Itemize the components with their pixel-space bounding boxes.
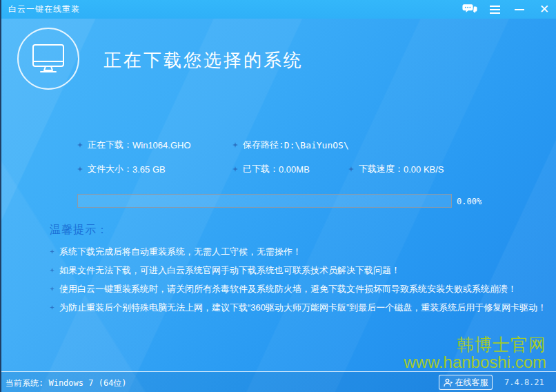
page-title: 正在下载您选择的系统 xyxy=(103,48,304,72)
save-path: 保存路径: D:\BaiYunOS\ xyxy=(232,139,349,151)
monitor-icon xyxy=(17,28,79,90)
app-title: 白云一键在线重装 xyxy=(8,3,80,15)
star-bullet-icon xyxy=(50,268,54,273)
statusbar: 当前系统: Windows 7 (64位) 在线客服 7.4.8.21 xyxy=(0,371,556,392)
tip-text: 如果文件无法下载，可进入白云系统官网手动下载系统也可联系技术员解决下载问题！ xyxy=(59,264,400,277)
file-size-label: 文件大小： xyxy=(88,163,132,175)
titlebar: 白云一键在线重装 ✕ xyxy=(0,0,556,19)
star-bullet-icon xyxy=(77,142,83,148)
speed-label: 下载速度： xyxy=(359,163,404,175)
person-icon xyxy=(444,378,453,387)
star-bullet-icon xyxy=(77,166,83,172)
tip-item: 为防止重装后个别特殊电脑无法上网，建议下载“360驱动大师万能网卡版”到最后一个… xyxy=(50,301,546,314)
online-support-button[interactable]: 在线客服 xyxy=(439,375,493,390)
save-path-label: 保存路径: xyxy=(243,139,284,151)
tips-list: 系统下载完成后将自动重装系统，无需人工守候，无需操作！ 如果文件无法下载，可进入… xyxy=(50,245,546,320)
tip-text: 使用白云一键重装系统时，请关闭所有杀毒软件及系统防火墙，避免下载文件损坏而导致系… xyxy=(59,283,517,295)
watermark-site-name: 韩博士官网 xyxy=(404,335,546,353)
star-bullet-icon xyxy=(50,286,54,291)
downloading-label: 正在下载： xyxy=(88,139,132,151)
tip-item: 系统下载完成后将自动重装系统，无需人工守候，无需操作！ xyxy=(50,245,546,258)
app-window: 白云一键在线重装 ✕ 正在下载您选择的系统 xyxy=(0,0,556,392)
window-left-border xyxy=(0,0,1,392)
tip-item: 如果文件无法下载，可进入白云系统官网手动下载系统也可联系技术员解决下载问题！ xyxy=(50,264,546,277)
online-support-label: 在线客服 xyxy=(455,377,488,389)
menu-icon[interactable] xyxy=(487,2,502,17)
star-bullet-icon xyxy=(50,305,54,310)
file-size-value: 3.65 GB xyxy=(132,164,166,175)
speed-value: 0.00 KB/S xyxy=(404,164,444,175)
watermark-url: www.hanboshi.com xyxy=(404,353,546,371)
tip-text: 系统下载完成后将自动重装系统，无需人工守候，无需操作！ xyxy=(59,246,301,258)
downloaded-value: 0.00MB xyxy=(279,164,310,175)
downloading-file: 正在下载：Win1064.GHO xyxy=(77,139,191,151)
star-bullet-icon xyxy=(232,166,238,172)
save-path-value: D:\BaiYunOS\ xyxy=(284,140,349,150)
file-size: 文件大小：3.65 GB xyxy=(77,163,166,175)
close-icon[interactable]: ✕ xyxy=(537,2,552,17)
star-bullet-icon xyxy=(50,249,54,254)
progress-bar xyxy=(77,194,452,208)
downloading-value: Win1064.GHO xyxy=(132,140,191,150)
tip-text: 为防止重装后个别特殊电脑无法上网，建议下载“360驱动大师万能网卡版”到最后一个… xyxy=(59,302,546,314)
titlebar-icons: ✕ xyxy=(462,0,552,19)
downloaded-label: 已下载： xyxy=(243,163,279,175)
star-bullet-icon xyxy=(348,166,354,172)
tips-title: 温馨提示： xyxy=(50,223,108,237)
star-bullet-icon xyxy=(232,142,238,148)
progress-percent: 0.00% xyxy=(457,197,481,206)
version-number: 7.4.8.21 xyxy=(504,378,544,387)
watermark: 韩博士官网 www.hanboshi.com xyxy=(404,335,546,371)
tip-item: 使用白云一键重装系统时，请关闭所有杀毒软件及系统防火墙，避免下载文件损坏而导致系… xyxy=(50,282,546,295)
feedback-chat-icon[interactable] xyxy=(462,2,477,17)
downloaded-amount: 已下载：0.00MB xyxy=(232,163,310,175)
current-system-label: 当前系统: Windows 7 (64位) xyxy=(6,378,127,389)
minimize-icon[interactable] xyxy=(512,2,527,17)
download-speed: 下载速度：0.00 KB/S xyxy=(348,163,444,175)
